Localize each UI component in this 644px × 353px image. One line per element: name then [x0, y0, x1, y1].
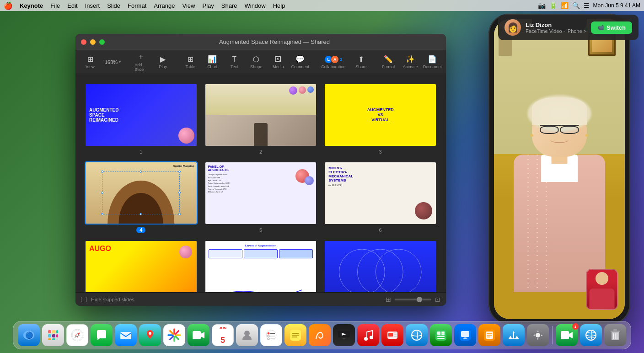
format-menu[interactable]: Format	[124, 1, 150, 10]
slide-thumb-3[interactable]: AugmentedVSVirtual	[324, 83, 437, 147]
dock-icon-photos[interactable]	[163, 324, 185, 346]
zoom-control[interactable]: 168% ▾	[102, 58, 123, 66]
fit-icon[interactable]: ⊡	[435, 296, 440, 303]
text-icon: T	[232, 55, 236, 64]
animate-label: Animate	[403, 64, 418, 69]
calendar-month: JUN	[212, 326, 233, 330]
close-button[interactable]	[81, 39, 86, 45]
comment-toolbar-button[interactable]: 💬 Comment	[290, 53, 310, 71]
slide-item-5[interactable]: PANEL OFARCHITECTS Jocelyn Engstrom SWE …	[204, 161, 317, 234]
add-slide-toolbar-button[interactable]: ＋ Add Slide	[131, 50, 151, 74]
dock-icon-keynote[interactable]	[454, 324, 476, 346]
slide-thumb-5[interactable]: PANEL OFARCHITECTS Jocelyn Engstrom SWE …	[204, 161, 317, 225]
slide8-box3	[279, 249, 313, 258]
dock-icon-system-settings[interactable]	[527, 324, 549, 346]
apple-menu[interactable]: 🍎	[4, 1, 13, 10]
table-toolbar-button[interactable]: ⊞ Table	[180, 53, 200, 71]
file-menu[interactable]: File	[47, 1, 63, 10]
slide-menu[interactable]: Slide	[104, 1, 123, 10]
menu-bar: 🍎 Keynote File Edit Insert Slide Format …	[0, 0, 644, 11]
slide-thumb-4[interactable]: Spatial Mapping	[85, 161, 198, 225]
svg-rect-5	[48, 330, 51, 333]
dock-icon-numbers[interactable]	[430, 324, 452, 346]
svg-rect-54	[463, 338, 467, 339]
view-toolbar-button[interactable]: ⊞ View	[80, 53, 100, 71]
app-name-menu[interactable]: Keynote	[16, 1, 46, 10]
slide-item-4[interactable]: Spatial Mapping 4	[85, 161, 198, 234]
sphere-blue	[307, 86, 314, 93]
dock-icon-calendar[interactable]: JUN 5	[212, 324, 234, 346]
zoom-slider[interactable]	[395, 299, 431, 300]
dock-icon-trash[interactable]	[604, 324, 626, 346]
facetime-switch-button[interactable]: 📹 Switch	[591, 21, 632, 34]
dock-icon-freeform[interactable]	[309, 324, 331, 346]
play-menu[interactable]: Play	[199, 1, 217, 10]
dock-icon-launchpad[interactable]	[42, 324, 64, 346]
dock-icon-translate[interactable]	[406, 324, 428, 346]
dock-icon-facetime[interactable]	[188, 324, 209, 346]
selection-dot-ml	[101, 192, 103, 194]
share-menu[interactable]: Share	[218, 1, 241, 10]
animate-toolbar-button[interactable]: ✨ Animate	[400, 53, 420, 71]
format-toolbar-button[interactable]: ✏️ Format	[378, 53, 398, 71]
slide-item-6[interactable]: Micro-Electro-MechanicalSystems (or M.E.…	[324, 161, 437, 234]
insert-menu[interactable]: Insert	[82, 1, 103, 10]
share-toolbar-button[interactable]: ⬆ Share	[351, 53, 371, 71]
dock-icon-finder[interactable]: 🔵	[18, 324, 40, 346]
chart-toolbar-button[interactable]: 📊 Chart	[202, 53, 222, 71]
dock-icon-appstore[interactable]	[503, 324, 525, 346]
arrange-menu[interactable]: Arrange	[150, 1, 178, 10]
dock-icon-music[interactable]	[357, 324, 379, 346]
keynote-toolbar: ⊞ View 168% ▾ ＋ Add Slide ▶ Play ⊞ Table…	[75, 50, 446, 74]
slide2-figure	[254, 123, 268, 146]
slide-item-8[interactable]: Layers of Augmentation 8	[204, 240, 317, 292]
dock-icon-maps[interactable]	[139, 324, 161, 346]
svg-rect-11	[48, 338, 51, 340]
minimize-button[interactable]	[90, 39, 96, 45]
slide-thumb-6[interactable]: Micro-Electro-MechanicalSystems (or M.E.…	[324, 161, 437, 225]
collaboration-label: Collaboration	[321, 64, 345, 69]
slide-item-3[interactable]: AugmentedVSVirtual 3	[324, 83, 437, 155]
dock-icon-mail[interactable]	[115, 324, 137, 346]
slide-thumb-8[interactable]: Layers of Augmentation	[204, 240, 317, 292]
facetime-person-container	[509, 95, 610, 292]
play-toolbar-button[interactable]: ▶ Play	[153, 53, 173, 71]
dock-icon-contacts[interactable]	[236, 324, 258, 346]
media-toolbar-button[interactable]: 🖼 Media	[268, 53, 288, 71]
slide-thumb-7[interactable]: AUGO	[85, 240, 198, 292]
svg-rect-52	[461, 331, 469, 337]
svg-rect-63	[561, 331, 569, 339]
help-menu[interactable]: Help	[270, 1, 289, 10]
slide-item-1[interactable]: AUGMENTEDSPACEREIMAGINED 1	[85, 83, 198, 155]
dock-icon-reminders[interactable]	[260, 324, 282, 346]
text-toolbar-button[interactable]: T Text	[224, 53, 244, 71]
slide-thumb-2[interactable]	[204, 83, 317, 147]
window-menu[interactable]: Window	[241, 1, 268, 10]
control-center-icon[interactable]: ☰	[584, 2, 590, 9]
search-icon[interactable]: 🔍	[572, 2, 580, 9]
grid-view-icon[interactable]: ⊞	[386, 296, 391, 303]
slide-thumb-1[interactable]: AUGMENTEDSPACEREIMAGINED	[85, 83, 198, 147]
slide8-boxes	[209, 249, 313, 258]
dock-icon-notes[interactable]	[284, 324, 306, 346]
slide-item-9[interactable]: PHYSICAL AUGMENTED VIRTUAL 9	[324, 240, 437, 292]
dock-icon-safari[interactable]	[66, 324, 88, 346]
dock-icon-messages[interactable]	[91, 324, 113, 346]
slide-item-7[interactable]: AUGO 7	[85, 240, 198, 292]
collaboration-toolbar-button[interactable]: L A 2 Collaboration	[317, 53, 349, 71]
dock-icon-network[interactable]	[580, 324, 602, 346]
edit-menu[interactable]: Edit	[64, 1, 80, 10]
slide-item-2[interactable]: 2	[204, 83, 317, 155]
dock-icon-news[interactable]	[381, 324, 403, 346]
hide-skipped-checkbox[interactable]	[81, 297, 86, 302]
view-menu[interactable]: View	[179, 1, 199, 10]
svg-rect-67	[611, 331, 620, 332]
glasses-frame	[540, 125, 579, 135]
slide-thumb-9[interactable]: PHYSICAL AUGMENTED VIRTUAL	[324, 240, 437, 292]
document-toolbar-button[interactable]: 📄 Document	[422, 53, 442, 71]
shape-toolbar-button[interactable]: ⬡ Shape	[246, 53, 266, 71]
maximize-button[interactable]	[99, 39, 105, 45]
dock-icon-appletv[interactable]	[333, 324, 355, 346]
dock-icon-pages[interactable]	[478, 324, 500, 346]
dock-icon-facetime-active[interactable]: 1	[556, 324, 578, 346]
